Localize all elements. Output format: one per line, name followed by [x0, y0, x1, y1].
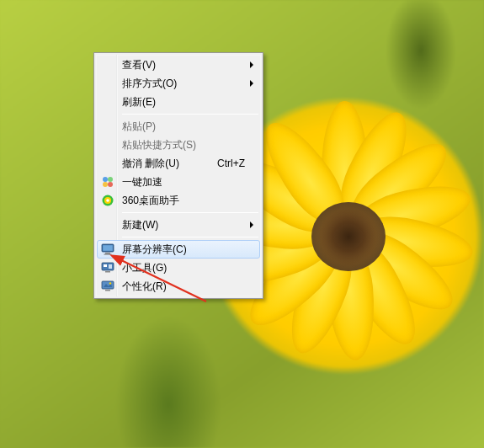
svg-rect-13: [109, 264, 112, 269]
menu-item-gadgets[interactable]: 小工具(G): [97, 259, 260, 277]
menu-label: 撤消 删除(U): [122, 157, 200, 171]
desktop-context-menu: 查看(V) 排序方式(O) 刷新(E) 粘贴(P) 粘贴快捷方式(S) 撤消 删…: [93, 52, 263, 299]
blank-icon: [97, 74, 119, 93]
svg-point-1: [108, 177, 113, 182]
menu-item-undo-delete[interactable]: 撤消 删除(U) Ctrl+Z: [97, 154, 260, 173]
menu-label: 排序方式(O): [122, 77, 245, 91]
submenu-arrow-icon: [250, 221, 253, 228]
menu-separator: [122, 114, 258, 115]
menu-item-screen-resolution[interactable]: 屏幕分辨率(C): [97, 240, 260, 259]
svg-rect-14: [105, 271, 110, 273]
menu-item-360-desktop[interactable]: 360桌面助手: [97, 191, 260, 210]
blank-icon: [97, 93, 119, 111]
submenu-arrow-icon: [250, 61, 253, 68]
menu-label: 粘贴(P): [122, 120, 245, 134]
menu-label: 个性化(R): [122, 280, 245, 294]
menu-item-personalize[interactable]: 个性化(R): [97, 277, 260, 296]
menu-label: 查看(V): [122, 58, 245, 72]
submenu-arrow-icon: [250, 80, 253, 87]
menu-item-sort[interactable]: 排序方式(O): [97, 74, 260, 93]
menu-separator: [122, 237, 258, 237]
svg-rect-12: [104, 264, 107, 267]
menu-label: 360桌面助手: [122, 194, 245, 208]
menu-label: 小工具(G): [122, 261, 245, 275]
svg-point-0: [103, 177, 108, 182]
svg-point-6: [106, 199, 109, 202]
menu-separator: [122, 212, 258, 213]
menu-item-paste: 粘贴(P): [97, 117, 260, 136]
svg-rect-15: [102, 281, 114, 289]
menu-item-refresh[interactable]: 刷新(E): [97, 93, 260, 111]
gadget-icon: [97, 259, 119, 277]
menu-label: 新建(W): [122, 218, 245, 232]
svg-point-16: [109, 282, 111, 284]
svg-point-3: [108, 182, 113, 187]
svg-rect-10: [104, 254, 112, 255]
blank-icon: [97, 56, 119, 74]
monitor-icon: [97, 241, 119, 258]
menu-label: 刷新(E): [122, 95, 245, 109]
svg-point-2: [103, 182, 108, 187]
menu-item-paste-shortcut: 粘贴快捷方式(S): [97, 136, 260, 154]
menu-shortcut: Ctrl+Z: [217, 157, 245, 169]
menu-label: 一键加速: [122, 175, 245, 189]
blank-icon: [97, 117, 119, 136]
menu-label: 屏幕分辨率(C): [122, 243, 245, 257]
blank-icon: [97, 216, 119, 234]
menu-item-view[interactable]: 查看(V): [97, 56, 260, 74]
menu-label: 粘贴快捷方式(S): [122, 138, 245, 152]
360-icon: [97, 191, 119, 210]
blank-icon: [97, 154, 119, 173]
menu-item-speed-boost[interactable]: 一键加速: [97, 173, 260, 191]
speed-icon: [97, 173, 119, 191]
personalize-icon: [97, 277, 119, 296]
svg-rect-9: [105, 253, 110, 254]
menu-item-new[interactable]: 新建(W): [97, 216, 260, 234]
blank-icon: [97, 136, 119, 154]
svg-rect-17: [105, 290, 110, 291]
svg-rect-8: [103, 245, 113, 251]
